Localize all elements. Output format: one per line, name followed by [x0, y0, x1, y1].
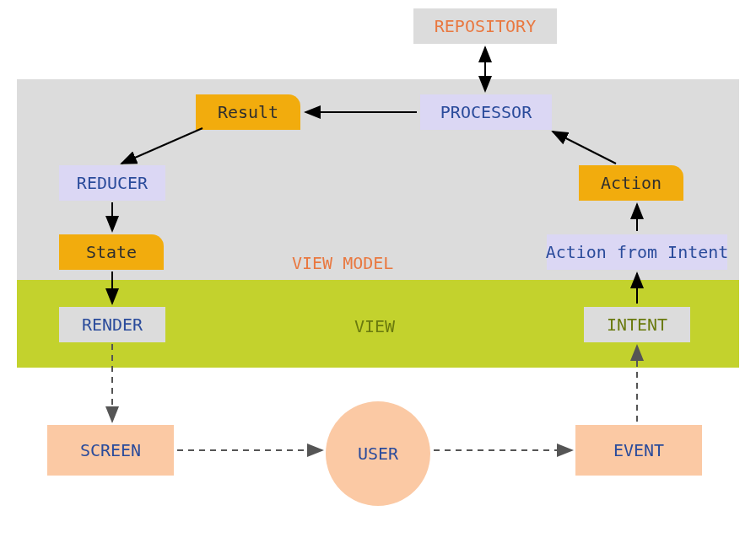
node-intent: INTENT: [584, 307, 690, 342]
node-screen: SCREEN: [47, 425, 174, 476]
node-event-text: EVENT: [613, 440, 664, 460]
diagram-canvas: VIEW MODEL VIEW REPOSITORY PROCESSOR Res…: [0, 0, 756, 543]
node-intent-text: INTENT: [607, 315, 667, 335]
node-render-text: RENDER: [82, 315, 143, 335]
viewmodel-label: VIEW MODEL: [292, 253, 393, 273]
node-render: RENDER: [59, 307, 165, 342]
node-action-from-intent: Action from Intent: [547, 234, 727, 270]
view-label: VIEW: [354, 316, 395, 336]
node-result: Result: [196, 94, 300, 130]
node-processor-text: PROCESSOR: [440, 102, 532, 122]
node-repository-text: REPOSITORY: [435, 16, 536, 36]
node-processor: PROCESSOR: [420, 94, 552, 130]
node-event: EVENT: [575, 425, 702, 476]
node-state-text: State: [86, 242, 137, 262]
node-screen-text: SCREEN: [80, 440, 141, 460]
node-action-text: Action: [601, 173, 662, 193]
node-user-text: USER: [358, 444, 398, 464]
node-action-from-intent-text: Action from Intent: [546, 242, 729, 262]
node-result-text: Result: [218, 102, 278, 122]
node-action: Action: [579, 165, 683, 201]
node-repository: REPOSITORY: [413, 8, 557, 44]
node-reducer-text: REDUCER: [77, 173, 148, 193]
node-user: USER: [326, 401, 430, 506]
node-reducer: REDUCER: [59, 165, 165, 201]
node-state: State: [59, 234, 164, 270]
